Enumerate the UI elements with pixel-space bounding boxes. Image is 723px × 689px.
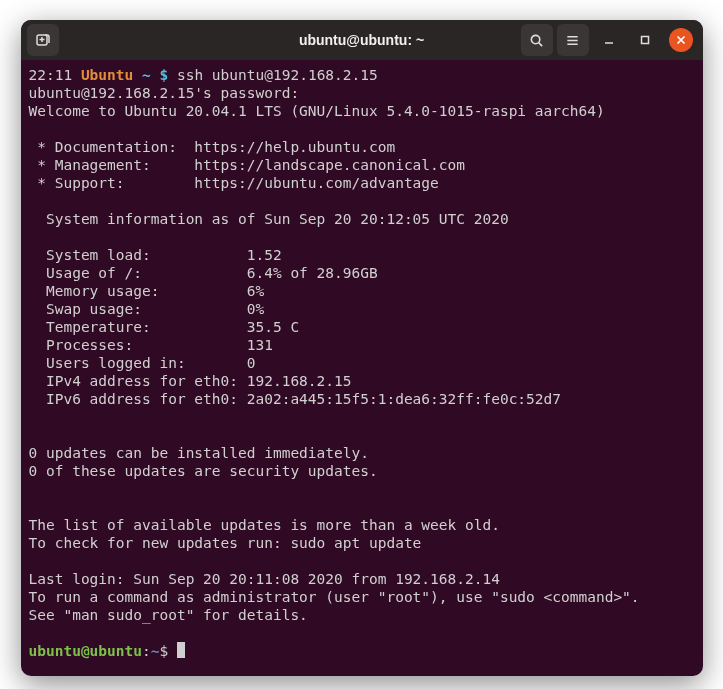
- hamburger-icon: [565, 33, 580, 48]
- support-line: * Support: https://ubuntu.com/advantage: [29, 175, 439, 191]
- sudo-line1: To run a command as administrator (user …: [29, 589, 640, 605]
- menu-button[interactable]: [557, 24, 589, 56]
- prompt-path: ~: [142, 67, 151, 83]
- titlebar: ubuntu@ubuntu: ~: [21, 20, 703, 60]
- stale-line2: To check for new updates run: sudo apt u…: [29, 535, 422, 551]
- prompt-symbol: $: [159, 67, 168, 83]
- svg-line-2: [539, 42, 542, 45]
- minimize-button[interactable]: [593, 24, 625, 56]
- doc-line: * Documentation: https://help.ubuntu.com: [29, 139, 396, 155]
- password-line: ubuntu@192.168.2.15's password:: [29, 85, 300, 101]
- sysinfo-header: System information as of Sun Sep 20 20:1…: [29, 211, 509, 227]
- welcome-line: Welcome to Ubuntu 20.04.1 LTS (GNU/Linux…: [29, 103, 605, 119]
- stat-mem: Memory usage: 6%: [29, 283, 265, 299]
- stat-swap: Swap usage: 0%: [29, 301, 265, 317]
- prompt-host: Ubuntu: [81, 67, 133, 83]
- svg-rect-7: [641, 37, 648, 44]
- stat-usage: Usage of /: 6.4% of 28.96GB: [29, 265, 378, 281]
- stat-users: Users logged in: 0: [29, 355, 256, 371]
- maximize-icon: [639, 34, 651, 46]
- close-button[interactable]: [669, 28, 693, 52]
- close-icon: [676, 35, 686, 45]
- stat-proc: Processes: 131: [29, 337, 273, 353]
- search-icon: [529, 33, 544, 48]
- stat-ipv6: IPv6 address for eth0: 2a02:a445:15f5:1:…: [29, 391, 562, 407]
- updates-line2: 0 of these updates are security updates.: [29, 463, 378, 479]
- terminal-output[interactable]: 22:11 Ubuntu ~ $ ssh ubuntu@192.168.2.15…: [21, 60, 703, 676]
- new-tab-button[interactable]: [27, 24, 59, 56]
- prompt2-userhost: ubuntu@ubuntu: [29, 643, 143, 659]
- lastlogin-line: Last login: Sun Sep 20 20:11:08 2020 fro…: [29, 571, 500, 587]
- svg-point-1: [531, 35, 539, 43]
- stale-line1: The list of available updates is more th…: [29, 517, 500, 533]
- sudo-line2: See "man sudo_root" for details.: [29, 607, 308, 623]
- minimize-icon: [603, 34, 615, 46]
- new-tab-icon: [35, 32, 51, 48]
- maximize-button[interactable]: [629, 24, 661, 56]
- terminal-window: ubuntu@ubuntu: ~: [21, 20, 703, 676]
- window-title: ubuntu@ubuntu: ~: [299, 32, 424, 48]
- cursor: [177, 642, 185, 658]
- search-button[interactable]: [521, 24, 553, 56]
- stat-ipv4: IPv4 address for eth0: 192.168.2.15: [29, 373, 352, 389]
- stat-temp: Temperature: 35.5 C: [29, 319, 300, 335]
- updates-line1: 0 updates can be installed immediately.: [29, 445, 369, 461]
- prompt-time: 22:11: [29, 67, 73, 83]
- prompt2-symbol: $: [159, 643, 168, 659]
- prompt2-colon: :: [142, 643, 151, 659]
- ssh-command: ssh ubuntu@192.168.2.15: [177, 67, 378, 83]
- mgmt-line: * Management: https://landscape.canonica…: [29, 157, 466, 173]
- stat-load: System load: 1.52: [29, 247, 282, 263]
